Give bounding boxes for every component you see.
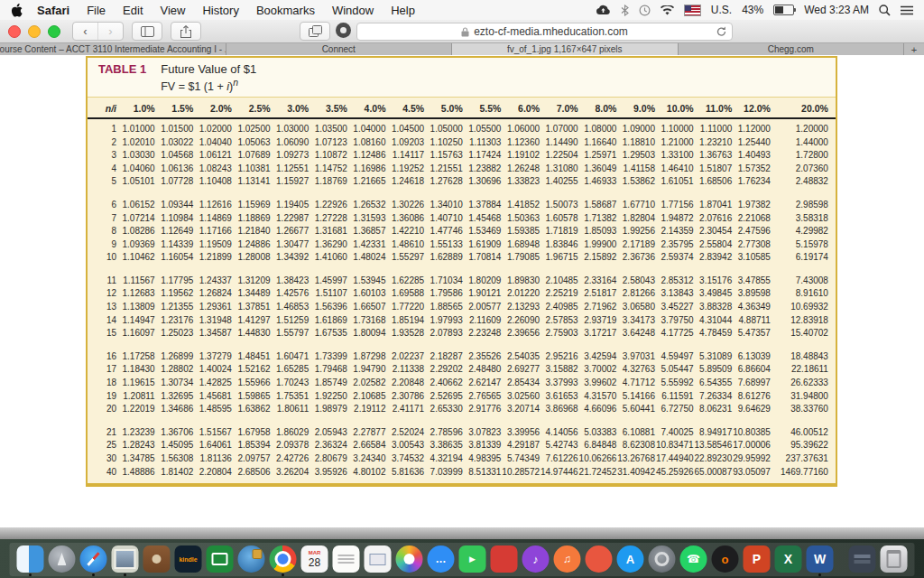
time-machine-icon[interactable]	[639, 5, 651, 16]
battery-icon[interactable]	[773, 5, 794, 15]
fv-value: 5.42743	[540, 440, 578, 450]
fv-value: 2.15892	[578, 252, 617, 262]
new-tab-button[interactable]: +	[904, 43, 924, 55]
network-globe-dock-icon[interactable]	[238, 545, 265, 573]
fv-value: 1.33100	[655, 150, 694, 160]
trash-dock-icon[interactable]	[881, 545, 908, 573]
running-indicator-dot	[282, 573, 284, 576]
itunes-dock-icon[interactable]: ♫	[554, 545, 581, 573]
fv-value: 3.13843	[655, 288, 694, 298]
powerpoint-dock-icon[interactable]: P	[744, 545, 771, 573]
fv-value: 1.12616	[193, 200, 232, 210]
fv-value: 2.30786	[385, 391, 424, 401]
notification-center-icon[interactable]	[901, 5, 913, 15]
window-controls	[8, 25, 60, 38]
music-dock-icon[interactable]: ♪	[522, 545, 550, 573]
fv-value: 3.70002	[578, 364, 617, 374]
fv-value: 10.80385	[732, 427, 771, 437]
forward-button[interactable]: ›	[97, 23, 123, 40]
mail-settings-dock-icon[interactable]	[365, 545, 392, 573]
menu-item-bookmarks[interactable]: Bookmarks	[256, 4, 315, 17]
tab-1[interactable]: Connect	[226, 43, 453, 55]
kindle-dock-icon[interactable]: kindle	[175, 545, 202, 573]
apple-menu-icon[interactable]	[11, 4, 23, 17]
zoom-button[interactable]	[48, 25, 60, 38]
fv-value: 1.93528	[385, 328, 424, 338]
fv-value: 1.23210	[694, 137, 733, 147]
system-preferences-dock-icon[interactable]	[649, 545, 676, 573]
dark-o-app-dock-icon[interactable]: o	[712, 545, 739, 573]
photos-dock-icon[interactable]	[396, 545, 423, 573]
menu-item-safari[interactable]: Safari	[37, 4, 69, 17]
chrome-dock-icon[interactable]	[270, 545, 297, 573]
menu-item-view[interactable]: View	[161, 4, 186, 17]
whatsapp-dock-icon[interactable]: ☎	[680, 545, 707, 573]
close-button[interactable]	[8, 25, 21, 38]
fv-value: 1.27228	[309, 213, 347, 223]
input-source-label[interactable]: U.S.	[711, 4, 732, 16]
fv-value: 2.20848	[385, 378, 424, 387]
messages-dock-icon[interactable]: …	[428, 545, 455, 573]
fv-value: 4.31570	[578, 391, 617, 401]
wifi-icon[interactable]	[661, 5, 674, 15]
fv-value: 1.30477	[271, 239, 310, 249]
battery-percent-label: 43%	[742, 4, 763, 16]
fv-value: 1.12649	[155, 226, 194, 236]
icloud-upload-icon[interactable]	[596, 5, 611, 15]
fv-value: 1.31080	[540, 163, 578, 173]
extension-badge-icon[interactable]	[336, 23, 351, 38]
fv-value: 1.94790	[347, 364, 386, 374]
red-app-dock-icon[interactable]	[491, 545, 518, 573]
back-button[interactable]: ‹	[73, 23, 97, 40]
bluetooth-icon[interactable]	[621, 5, 629, 16]
menu-item-history[interactable]: History	[202, 4, 238, 17]
menu-item-window[interactable]: Window	[332, 4, 374, 17]
fv-col-header: 20.0%	[771, 103, 828, 114]
menu-item-help[interactable]: Help	[391, 4, 415, 17]
tab-3[interactable]: Chegg.com	[679, 43, 905, 55]
launchpad-dock-icon[interactable]	[49, 545, 76, 573]
tab-0[interactable]: Course Content – ACCT 3110 Intermediate …	[0, 43, 226, 55]
address-bar[interactable]: ezto-cf-media.mheducation.com	[356, 23, 733, 41]
notes-dock-icon[interactable]	[333, 545, 360, 573]
fv-col-header: 1.5%	[155, 103, 194, 114]
tab-overview-button[interactable]	[300, 22, 330, 41]
screen-sharing-dock-icon[interactable]	[207, 545, 234, 573]
downloads-stack-dock-icon[interactable]	[849, 545, 876, 573]
facetime-dock-icon[interactable]: ▶	[459, 545, 486, 573]
fv-value: 7.68997	[732, 378, 771, 387]
mail-stamp-dock-icon[interactable]	[112, 545, 139, 573]
fv-value: 1.82804	[616, 213, 655, 223]
fv-row-n15: 151.160971.250231.345871.448301.557971.6…	[95, 326, 828, 340]
reload-button[interactable]	[716, 26, 726, 40]
fv-value: 3.88328	[694, 302, 733, 312]
fv-period: 7	[95, 213, 116, 223]
orange-app-dock-icon[interactable]	[586, 545, 613, 573]
word-dock-icon[interactable]: W	[807, 545, 834, 573]
spotlight-search-icon[interactable]	[879, 5, 891, 16]
fv-value: 4.32763	[616, 364, 655, 374]
tab-2[interactable]: fv_of_1.jpg 1,167×647 pixels	[452, 43, 679, 55]
safari-dock-icon[interactable]	[80, 545, 107, 573]
fv-value: 1.69588	[385, 288, 424, 298]
fv-value: 1.14752	[309, 163, 347, 173]
menu-item-file[interactable]: File	[87, 4, 106, 17]
fv-value: 2.10685	[347, 391, 386, 401]
contacts-dock-icon[interactable]	[143, 545, 171, 573]
fv-value: 10.69932	[771, 302, 828, 312]
sidebar-button[interactable]	[132, 22, 162, 41]
excel-dock-icon[interactable]: X	[775, 545, 802, 573]
fv-value: 1.04060	[116, 163, 155, 173]
app-store-dock-icon[interactable]: A	[617, 545, 644, 573]
fv-value: 1.02500	[232, 124, 271, 134]
fv-value: 1.03000	[271, 124, 310, 134]
finder-dock-icon[interactable]	[17, 545, 44, 573]
menu-clock-label[interactable]: Wed 3:23 AM	[804, 4, 869, 16]
menu-item-edit[interactable]: Edit	[123, 4, 143, 17]
calendar-dock-icon[interactable]: MAR28	[301, 545, 328, 573]
us-flag-icon[interactable]	[684, 5, 701, 16]
fv-value: 1.71819	[540, 226, 578, 236]
share-button[interactable]	[171, 22, 201, 41]
fv-value: 1.21551	[424, 163, 463, 173]
minimize-button[interactable]	[28, 25, 41, 38]
